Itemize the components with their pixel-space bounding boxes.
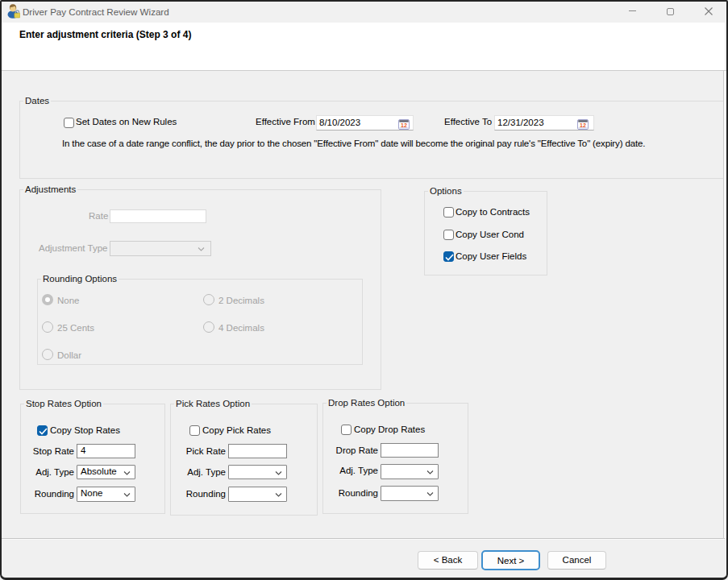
svg-text:12: 12 [401,122,407,128]
svg-text:12: 12 [580,122,586,128]
